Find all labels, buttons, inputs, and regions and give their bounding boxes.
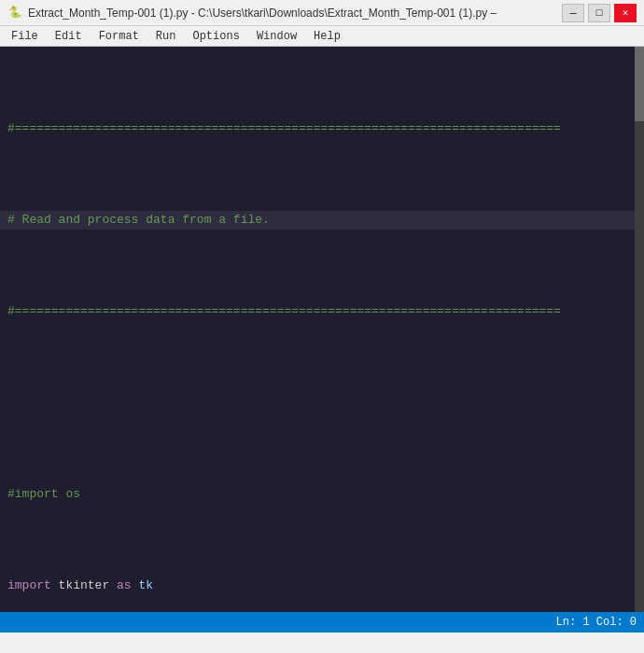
- banner-equals-top: #=======================================…: [0, 119, 644, 138]
- editor-scrollbar[interactable]: [635, 47, 644, 632]
- app-icon: 🐍: [7, 6, 22, 21]
- minimize-button[interactable]: —: [562, 4, 584, 22]
- blank-line-1: [0, 394, 644, 412]
- import-os-line: #import os: [0, 485, 644, 504]
- menu-file[interactable]: File: [4, 28, 46, 45]
- menu-run[interactable]: Run: [148, 28, 184, 45]
- status-bar: Ln: 1 Col: 0: [0, 612, 644, 632]
- scrollbar-thumb[interactable]: [635, 47, 644, 121]
- title-text: Extract_Month_Temp-001 (1).py - C:\Users…: [28, 7, 497, 20]
- menu-format[interactable]: Format: [91, 28, 147, 45]
- import-tkinter-line: import tkinter as tk: [0, 577, 644, 595]
- code-editor[interactable]: #=======================================…: [0, 47, 644, 632]
- banner-equals-bottom: #=======================================…: [0, 302, 644, 321]
- window-controls: — □ ✕: [562, 4, 637, 22]
- maximize-button[interactable]: □: [588, 4, 610, 22]
- menu-options[interactable]: Options: [185, 28, 246, 45]
- menu-help[interactable]: Help: [306, 28, 348, 45]
- menu-window[interactable]: Window: [249, 28, 304, 45]
- comment-banner-line: # Read and process data from a file.: [0, 211, 644, 229]
- title-bar: 🐍 Extract_Month_Temp-001 (1).py - C:\Use…: [0, 0, 644, 26]
- status-position: Ln: 1 Col: 0: [556, 616, 637, 629]
- menu-edit[interactable]: Edit: [48, 28, 90, 45]
- close-button[interactable]: ✕: [614, 4, 637, 22]
- code-content: #=======================================…: [0, 47, 644, 632]
- menu-bar: File Edit Format Run Options Window Help: [0, 26, 644, 47]
